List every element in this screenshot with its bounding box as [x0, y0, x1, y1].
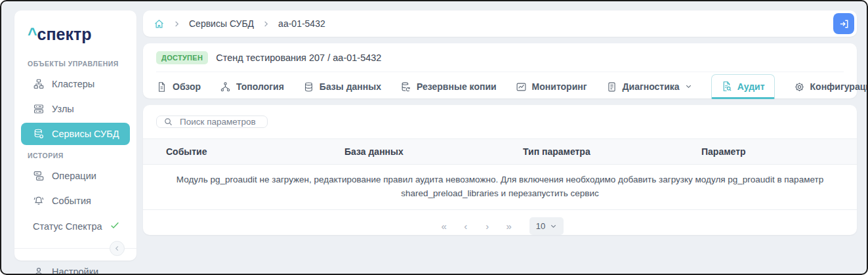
page-size-value: 10	[536, 221, 545, 231]
search-input[interactable]	[178, 116, 260, 127]
chart-icon	[516, 81, 527, 93]
tab-label: Топология	[236, 81, 284, 92]
audit-table-card: Событие База данных Тип параметра Параме…	[143, 105, 857, 235]
topology-icon	[220, 81, 231, 93]
sidebar-item-label: Операции	[52, 171, 96, 181]
sidebar-item-settings[interactable]: Настройки	[21, 261, 130, 275]
tab-label: Мониторинг	[532, 81, 587, 92]
tab-label: Резервные копии	[417, 81, 497, 92]
status-badge: ДОСТУПЕН	[156, 51, 208, 64]
pagination-first-button[interactable]: «	[436, 221, 452, 232]
report-icon	[606, 81, 617, 93]
service-status-row: ДОСТУПЕН Стенд тестирования 207 / aa-01-…	[156, 51, 844, 72]
sidebar-item-spektr-status[interactable]: Статус Спектра	[21, 215, 130, 238]
service-header-card: ДОСТУПЕН Стенд тестирования 207 / aa-01-…	[143, 43, 857, 98]
breadcrumb-bar: Сервисы СУБД aa-01-5432	[143, 11, 857, 37]
pagination-last-button[interactable]: »	[501, 221, 517, 232]
chevron-right-icon	[262, 20, 270, 28]
chevron-down-icon	[685, 81, 692, 92]
connect-button[interactable]	[833, 13, 854, 34]
tab-label: Диагностика	[623, 81, 680, 92]
operations-icon	[33, 170, 45, 182]
breadcrumb-item-service-name: aa-01-5432	[278, 18, 325, 29]
user-icon	[33, 266, 45, 275]
breadcrumb-item-services[interactable]: Сервисы СУБД	[189, 18, 254, 29]
database-services-icon	[33, 128, 45, 140]
sidebar-item-label: События	[52, 196, 91, 206]
column-header-parameter-type: Тип параметра	[500, 146, 678, 157]
status-ok-check-icon	[110, 220, 120, 232]
sidebar: ^спектр ОБЪЕКТЫ УПРАВЛЕНИЯ Кластеры Узлы…	[14, 11, 136, 261]
sidebar-item-operations[interactable]: Операции	[21, 165, 130, 187]
sidebar-item-label: Настройки	[52, 266, 98, 275]
tab-label: Аудит	[737, 81, 765, 92]
logo-text: спектр	[37, 25, 92, 43]
sidebar-item-events[interactable]: События	[21, 190, 130, 212]
sidebar-item-db-services[interactable]: Сервисы СУБД	[21, 123, 130, 145]
sidebar-section-objects: ОБЪЕКТЫ УПРАВЛЕНИЯ	[14, 54, 136, 72]
tab-audit[interactable]: Аудит	[711, 74, 775, 99]
page-size-select[interactable]: 10	[529, 217, 564, 235]
tab-topology[interactable]: Топология	[220, 81, 284, 93]
nodes-icon	[33, 103, 45, 115]
tab-label: Конфигурации	[810, 81, 868, 92]
gear-icon	[794, 81, 805, 93]
sidebar-item-clusters[interactable]: Кластеры	[21, 73, 130, 95]
tab-databases[interactable]: Базы данных	[303, 81, 381, 93]
sidebar-item-label: Статус Спектра	[33, 221, 102, 232]
chevron-left-icon	[114, 245, 121, 252]
table-header-row: Событие База данных Тип параметра Параме…	[143, 138, 857, 165]
column-header-database: База данных	[321, 146, 500, 157]
app-window: ^спектр ОБЪЕКТЫ УПРАВЛЕНИЯ Кластеры Узлы…	[0, 0, 868, 275]
bell-icon	[33, 195, 45, 207]
tab-diagnostics[interactable]: Диагностика	[606, 81, 692, 93]
sidebar-item-label: Сервисы СУБД	[52, 129, 119, 139]
document-icon	[156, 81, 167, 93]
pagination-prev-button[interactable]: ‹	[458, 221, 474, 232]
sidebar-section-history: ИСТОРИЯ	[14, 146, 136, 163]
sidebar-divider	[14, 248, 136, 249]
backup-icon	[400, 81, 411, 93]
parameter-search[interactable]	[156, 116, 268, 128]
database-icon	[303, 81, 314, 93]
search-icon	[163, 117, 173, 127]
chevron-right-icon	[173, 20, 180, 28]
home-icon[interactable]	[154, 18, 165, 30]
clusters-icon	[33, 78, 45, 90]
tab-label: Обзор	[173, 81, 201, 92]
logo-caret-icon: ^	[28, 25, 37, 43]
sidebar-collapse-button[interactable]	[110, 241, 125, 256]
sidebar-item-nodes[interactable]: Узлы	[21, 98, 130, 120]
column-header-parameter: Параметр	[678, 146, 857, 157]
service-title: Стенд тестирования 207 / aa-01-5432	[216, 53, 381, 63]
audit-icon	[721, 81, 732, 92]
tab-configurations[interactable]: Конфигурации	[794, 81, 868, 93]
tabs-bar: Обзор Топология Базы данных Резервные ко…	[156, 72, 844, 101]
tab-monitoring[interactable]: Мониторинг	[516, 81, 587, 93]
sidebar-item-label: Узлы	[52, 104, 74, 114]
pagination-next-button[interactable]: ›	[480, 221, 495, 232]
sidebar-item-label: Кластеры	[52, 79, 94, 89]
column-header-event: Событие	[143, 146, 321, 157]
table-empty-message: Модуль pg_proaudit не загружен, редактир…	[143, 165, 857, 210]
tab-backups[interactable]: Резервные копии	[400, 81, 497, 93]
tab-label: Базы данных	[320, 81, 381, 92]
tab-overview[interactable]: Обзор	[156, 81, 201, 93]
breadcrumb: Сервисы СУБД aa-01-5432	[154, 18, 325, 30]
pagination: « ‹ › » 10	[143, 217, 857, 235]
chevron-down-icon	[550, 222, 557, 230]
app-logo: ^спектр	[14, 18, 136, 54]
login-icon	[838, 18, 850, 30]
main-content: Сервисы СУБД aa-01-5432 ДОСТУПЕН Стенд т…	[143, 11, 857, 261]
